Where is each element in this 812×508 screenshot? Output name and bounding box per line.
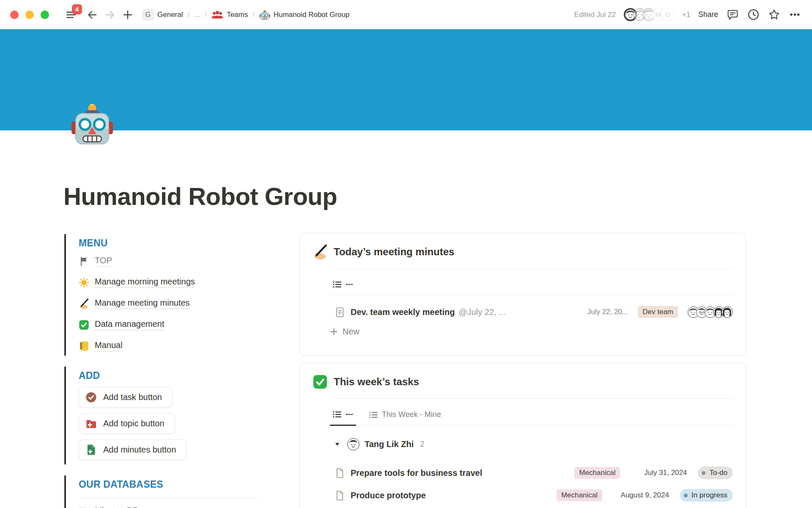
view-tab-this-week-mine[interactable]: This Week - Mine — [366, 409, 444, 425]
red-folder-plus-icon — [85, 418, 97, 429]
add-minutes-button[interactable]: Add minutes button — [79, 439, 187, 460]
meeting-date: July 22, 20... — [587, 308, 628, 316]
link-label: Minutes DB — [95, 506, 138, 508]
page-title[interactable]: Humanoid Robot Group — [63, 182, 337, 210]
document-icon — [335, 490, 345, 501]
tab-label: This Week - Mine — [382, 410, 441, 419]
window-controls — [10, 11, 49, 19]
workspace-label: General — [157, 11, 183, 19]
ellipsis-icon — [789, 8, 801, 21]
left-column: MENU TOP Manage morning meetings Manage … — [64, 234, 258, 508]
button-label: Add minutes button — [103, 445, 176, 455]
task-row[interactable]: Produce prototype Mechanical August 9, 2… — [335, 489, 733, 502]
due-date: August 9, 2024 — [613, 491, 669, 500]
view-tab-default[interactable]: --- — [330, 278, 356, 295]
topbar-right: Edited Jul 22 M D +1 Share — [574, 8, 801, 21]
comments-button[interactable] — [726, 8, 739, 21]
clock-icon — [747, 8, 760, 21]
add-task-button[interactable]: Add task button — [79, 387, 173, 408]
group-header: Tang Lik Zhi 2 — [335, 438, 733, 450]
link-label: Data management — [95, 319, 165, 330]
add-topic-button[interactable]: Add topic button — [79, 413, 175, 434]
link-manual[interactable]: Manual — [79, 340, 258, 351]
sun-icon — [79, 277, 89, 288]
green-check-icon — [313, 374, 328, 389]
link-minutes-db[interactable]: Minutes DB — [79, 506, 258, 508]
back-button[interactable] — [85, 8, 99, 22]
teams-label: Teams — [227, 11, 248, 19]
sidebar-toggle-button[interactable]: 4 — [64, 8, 78, 22]
card-header: Today’s meeting minutes — [313, 244, 733, 260]
link-top[interactable]: TOP — [79, 256, 258, 267]
link-data-management[interactable]: Data management — [79, 319, 258, 330]
category-tag: Mechanical — [557, 489, 602, 501]
link-manage-morning-meetings[interactable]: Manage morning meetings — [79, 277, 258, 288]
link-label: Manage meeting minutes — [95, 298, 190, 309]
meeting-row[interactable]: Dev. team weekly meeting @July 22, ... J… — [335, 306, 733, 318]
ledger-icon — [79, 341, 89, 351]
breadcrumb-workspace[interactable]: G General — [142, 9, 183, 21]
teams-people-icon — [211, 10, 223, 20]
card-title[interactable]: This week’s tasks — [334, 376, 419, 388]
card-header: This week’s tasks — [313, 374, 733, 389]
breadcrumb-teams[interactable]: Teams — [211, 10, 248, 20]
updates-button[interactable] — [747, 8, 760, 21]
task-properties: Mechanical July 31, 2024 To-do — [574, 467, 733, 479]
document-text-icon — [335, 307, 345, 318]
breadcrumb-current-page[interactable]: Humanoid Robot Group — [259, 9, 350, 20]
more-button[interactable] — [788, 8, 801, 21]
avatar-initial-d[interactable]: D — [661, 8, 674, 21]
collapse-group-toggle[interactable] — [335, 442, 340, 447]
page-icon-robot[interactable] — [71, 102, 113, 145]
arrow-right-icon — [104, 9, 116, 21]
green-doc-plus-icon — [85, 444, 97, 456]
document-icon — [335, 468, 345, 478]
minimize-window-button[interactable] — [25, 11, 34, 19]
star-icon — [768, 8, 780, 21]
divider — [332, 268, 733, 269]
group-count: 2 — [420, 440, 424, 449]
tab-label: --- — [346, 410, 353, 419]
breadcrumb-separator: / — [252, 11, 255, 19]
workspace-initial-chip: G — [142, 9, 154, 21]
breadcrumb-collapsed[interactable]: ... — [194, 11, 200, 19]
card-title[interactable]: Today’s meeting minutes — [334, 246, 454, 258]
add-section: ADD Add task button Add topic button Add… — [64, 367, 258, 464]
divider — [79, 498, 258, 498]
view-tabs: --- This Week - Mine — [330, 408, 733, 425]
green-check-icon — [79, 320, 89, 330]
group-name: Tang Lik Zhi — [365, 439, 414, 449]
attendee-avatars — [688, 306, 733, 318]
right-column: Today’s meeting minutes --- Dev. team we… — [299, 233, 746, 508]
menu-heading: MENU — [79, 237, 258, 249]
list-pencil-icon — [79, 506, 89, 508]
databases-section: OUR DATABASES Minutes DB — [64, 475, 258, 508]
favorite-button[interactable] — [768, 8, 780, 21]
meeting-row-properties: July 22, 20... Dev team — [587, 306, 733, 318]
button-label: Add task button — [103, 392, 162, 402]
avatar — [721, 306, 733, 318]
link-label: TOP — [95, 256, 112, 267]
page-cover — [0, 29, 812, 130]
writing-hand-icon — [313, 244, 328, 260]
link-manage-meeting-minutes[interactable]: Manage meeting minutes — [79, 298, 258, 309]
status-label: In progress — [691, 491, 727, 500]
new-page-button[interactable] — [121, 8, 134, 22]
brown-check-circle-icon — [85, 392, 97, 403]
zoom-window-button[interactable] — [41, 11, 49, 19]
menu-section: MENU TOP Manage morning meetings Manage … — [64, 234, 258, 356]
share-button[interactable]: Share — [698, 10, 718, 19]
task-row[interactable]: Prepare tools for business travel Mechan… — [335, 467, 733, 479]
presence-avatars[interactable]: M D — [624, 8, 674, 21]
tasks-card: This week’s tasks --- This Week - Mine — [299, 363, 746, 508]
task-properties: Mechanical August 9, 2024 In progress — [557, 489, 733, 502]
status-dot — [702, 471, 705, 475]
new-meeting-button[interactable]: New — [330, 327, 733, 337]
view-tab-default[interactable]: --- — [330, 408, 356, 426]
team-tag: Dev team — [638, 306, 678, 318]
avatar-overflow-count[interactable]: +1 — [682, 11, 690, 19]
close-window-button[interactable] — [10, 11, 19, 19]
list-view-icon — [369, 411, 378, 419]
forward-button[interactable] — [103, 8, 117, 22]
list-view-icon — [333, 411, 342, 418]
